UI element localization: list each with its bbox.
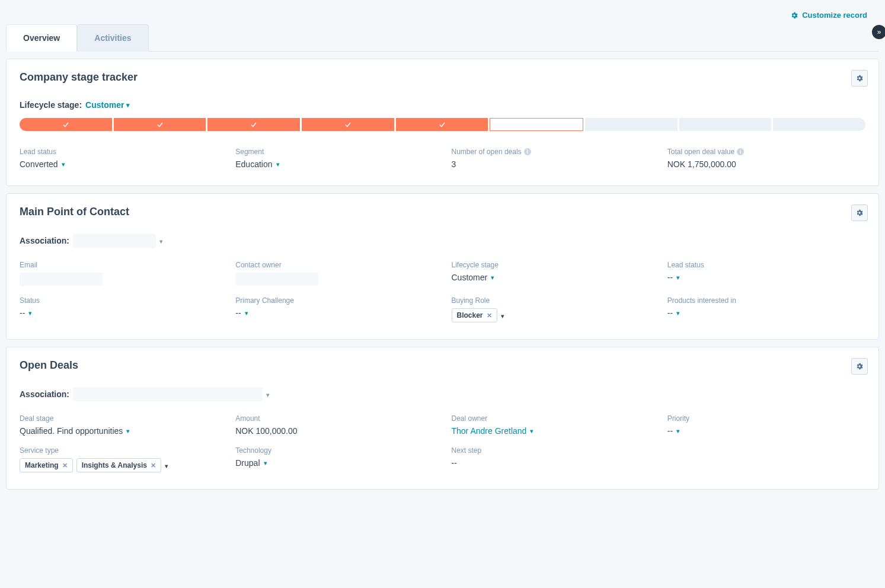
chevron-down-icon <box>245 309 248 317</box>
chevron-down-icon <box>676 309 680 317</box>
stage-segment[interactable] <box>773 118 865 131</box>
card-settings-button[interactable] <box>851 70 868 87</box>
chevron-down-icon <box>491 274 494 282</box>
chevron-down-icon <box>62 161 65 168</box>
tag-marketing[interactable]: Marketing ✕ <box>20 458 73 472</box>
check-icon <box>250 120 258 129</box>
stage-segment-current[interactable] <box>490 118 583 131</box>
tab-overview[interactable]: Overview <box>6 24 77 52</box>
chevron-down-icon <box>28 309 32 317</box>
stage-segment[interactable] <box>114 118 206 131</box>
field-primary-challenge: Primary Challenge -- <box>235 296 433 322</box>
customize-record-label: Customize record <box>802 11 867 20</box>
card-settings-button[interactable] <box>851 204 868 221</box>
field-products-interested: Products interested in -- <box>667 296 865 322</box>
association-label: Association: <box>20 389 69 399</box>
deal-stage-dropdown[interactable]: Qualified. Find opportunities <box>20 426 130 436</box>
card-title: Open Deals <box>20 359 865 372</box>
check-icon <box>344 120 352 129</box>
card-settings-button[interactable] <box>851 358 868 375</box>
chevron-down-icon <box>264 459 267 467</box>
primary-challenge-dropdown[interactable]: -- <box>235 308 248 318</box>
field-service-type: Service type Marketing ✕ Insights & Anal… <box>20 446 218 472</box>
close-icon[interactable]: ✕ <box>62 462 68 469</box>
gear-icon <box>855 74 864 82</box>
field-email: Email <box>20 261 218 286</box>
field-priority: Priority -- <box>667 414 865 436</box>
card-title: Main Point of Contact <box>20 206 865 218</box>
field-deal-stage: Deal stage Qualified. Find opportunities <box>20 414 218 436</box>
field-open-deals: Number of open deals i 3 <box>452 148 650 169</box>
tabs: Overview Activities <box>6 24 879 52</box>
gear-icon <box>855 362 864 370</box>
tag-insights[interactable]: Insights & Analysis ✕ <box>76 458 161 472</box>
check-icon <box>438 120 446 129</box>
chevron-down-icon <box>676 274 680 282</box>
products-dropdown[interactable]: -- <box>667 308 680 318</box>
chevron-down-icon <box>126 427 130 435</box>
chevron-down-icon <box>530 427 533 435</box>
segment-dropdown[interactable]: Education <box>235 159 279 169</box>
main-point-of-contact-card: Main Point of Contact Association: Email… <box>6 193 879 340</box>
check-icon <box>62 120 70 129</box>
stage-segment[interactable] <box>20 118 112 131</box>
close-icon[interactable]: ✕ <box>151 462 156 469</box>
lead-status-dropdown[interactable]: -- <box>667 273 680 282</box>
expand-panel-button[interactable]: » <box>872 25 885 39</box>
field-amount: Amount NOK 100,000.00 <box>235 414 433 436</box>
deal-owner-dropdown[interactable]: Thor Andre Gretland <box>452 426 534 436</box>
stage-segment[interactable] <box>585 118 678 131</box>
field-technology: Technology Drupal <box>235 446 433 472</box>
field-next-step: Next step -- <box>452 446 650 472</box>
field-lifecycle-stage: Lifecycle stage Customer <box>452 261 650 286</box>
association-dropdown[interactable] <box>73 387 263 401</box>
field-lead-status: Lead status Converted <box>20 148 218 169</box>
chevron-down-icon <box>676 427 680 435</box>
lifecycle-stage-dropdown[interactable]: Customer <box>85 100 130 110</box>
open-deals-card: Open Deals Association: Deal stage Quali… <box>6 347 879 490</box>
field-lead-status: Lead status -- <box>667 261 865 286</box>
field-buying-role: Buying Role Blocker ✕ <box>452 296 650 322</box>
gear-icon <box>790 11 798 20</box>
info-icon[interactable]: i <box>737 148 744 155</box>
customize-record-link[interactable]: Customize record <box>790 11 867 20</box>
field-status: Status -- <box>20 296 218 322</box>
contact-owner-value <box>235 273 318 286</box>
chevron-down-icon <box>165 461 168 470</box>
close-icon[interactable]: ✕ <box>487 312 492 319</box>
chevron-down-icon <box>126 101 130 109</box>
stage-segment[interactable] <box>679 118 772 131</box>
chevron-down-icon <box>276 161 280 168</box>
priority-dropdown[interactable]: -- <box>667 426 680 436</box>
field-deal-owner: Deal owner Thor Andre Gretland <box>452 414 650 436</box>
email-value <box>20 273 103 286</box>
association-label: Association: <box>20 236 69 245</box>
service-type-tags[interactable]: Marketing ✕ Insights & Analysis ✕ <box>20 458 218 472</box>
tag-blocker[interactable]: Blocker ✕ <box>452 308 497 322</box>
association-dropdown[interactable] <box>73 234 156 248</box>
stage-progress-bar <box>20 118 865 131</box>
status-dropdown[interactable]: -- <box>20 308 32 318</box>
tab-activities[interactable]: Activities <box>77 24 148 52</box>
lifecycle-dropdown[interactable]: Customer <box>452 273 495 282</box>
field-contact-owner: Contact owner <box>235 261 433 286</box>
stage-segment[interactable] <box>207 118 300 131</box>
card-title: Company stage tracker <box>20 71 865 84</box>
chevron-down-icon <box>159 236 163 245</box>
info-icon[interactable]: i <box>524 148 531 155</box>
gear-icon <box>855 209 864 217</box>
field-segment: Segment Education <box>235 148 433 169</box>
lead-status-dropdown[interactable]: Converted <box>20 159 65 169</box>
technology-dropdown[interactable]: Drupal <box>235 458 267 468</box>
chevron-down-icon <box>501 311 504 320</box>
field-total-value: Total open deal value i NOK 1,750,000.00 <box>667 148 865 169</box>
lifecycle-stage-label: Lifecycle stage: <box>20 100 82 110</box>
stage-segment[interactable] <box>302 118 394 131</box>
stage-segment[interactable] <box>396 118 488 131</box>
company-stage-tracker-card: Company stage tracker Lifecycle stage: C… <box>6 59 879 186</box>
chevron-down-icon <box>266 389 270 399</box>
buying-role-tags[interactable]: Blocker ✕ <box>452 308 650 322</box>
check-icon <box>156 120 164 129</box>
